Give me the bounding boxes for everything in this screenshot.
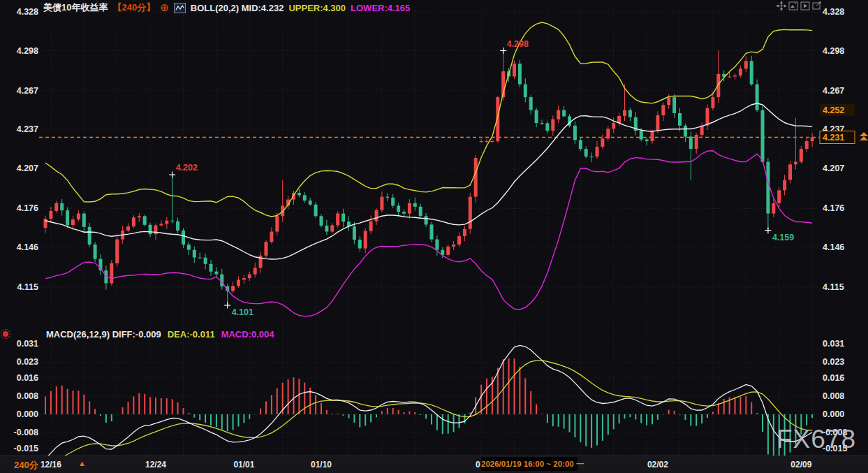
macd-tick-right: 0.016	[823, 373, 844, 383]
current-price-label: 4.231	[823, 133, 844, 143]
price-tick-left: 4.115	[17, 282, 38, 292]
chart-application: 4.2024.1014.2984.159 4.3284.3284.2984.29…	[0, 0, 868, 473]
watermark: FX678	[777, 425, 856, 454]
price-tick-left: 4.146	[17, 242, 38, 252]
price-tick-right: 4.298	[823, 46, 844, 56]
x-tick-label: 12/24	[145, 460, 166, 470]
extreme-price-label: 4.101	[232, 307, 253, 317]
macd-tick-left: 0.031	[17, 339, 38, 349]
bollinger-bands	[45, 22, 812, 316]
x-tick-label: 12/16	[41, 460, 61, 470]
crosshair-date-label: 2026/01/19 16:00 ~ 20:00 一	[481, 457, 578, 471]
partial-tick-label: 0	[476, 460, 480, 470]
playback-window-icon[interactable]	[800, 1, 810, 10]
price-annotations: 4.2024.1014.2984.159	[169, 39, 794, 318]
extreme-price-label: 4.202	[176, 163, 198, 173]
macd-tick-right: 0.031	[823, 339, 844, 349]
price-tick-left: 4.328	[17, 7, 38, 17]
chart-toolbar	[777, 1, 822, 10]
price-tick-left: 4.207	[17, 163, 38, 173]
x-tick-label: 01/01	[233, 460, 254, 470]
extreme-price-label: 4.159	[772, 233, 794, 242]
timeframe-selector[interactable]: 240分	[14, 459, 38, 472]
macd-diff-label: MACD(26,12,9) DIFF:-0.009	[46, 329, 161, 340]
macd-dea-label: DEA:-0.011	[168, 329, 215, 340]
timeframe-tag: 【240分】	[112, 1, 155, 14]
price-tick-left: 4.267	[17, 86, 38, 96]
x-tick-label: 02/02	[647, 460, 668, 470]
add-indicator-icon[interactable]: ⊕	[160, 3, 169, 12]
time-axis-bar: 240分 ▲ 12/1612/2401/0101/1002/0202/09 0 …	[0, 456, 868, 473]
right-axis-markers: 4.2524.231	[820, 104, 868, 144]
boll-upper-label: UPPER:4.300	[288, 3, 346, 13]
price-tick-right: 4.176	[823, 203, 844, 213]
macd-tick-right: 0.023	[823, 357, 844, 367]
macd-header: MACD(26,12,9) DIFF:-0.009 DEA:-0.011 MAC…	[46, 329, 274, 340]
x-tick-label: 01/10	[311, 460, 332, 470]
candlestick-series	[44, 51, 814, 306]
marked-level-label: 4.252	[823, 105, 844, 115]
chart-header: 美债10年收益率 【240分】 ⊕ BOLL(20,2) MID:4.232 U…	[43, 1, 410, 14]
pan-icon[interactable]	[777, 1, 786, 10]
price-tick-right: 4.146	[823, 242, 844, 252]
macd-tick-left: 0.000	[17, 409, 38, 419]
instrument-title: 美债10年收益率	[43, 1, 108, 14]
macd-tick-left: 0.016	[17, 373, 38, 383]
timeframe-arrow-icon[interactable]: ▲	[78, 459, 86, 467]
extreme-price-label: 4.298	[507, 39, 529, 49]
macd-tick-left: 0.008	[17, 391, 38, 401]
price-tick-right: 4.115	[823, 282, 844, 292]
boll-mid-label: BOLL(20,2) MID:4.232	[191, 3, 284, 13]
macd-tick-left: -0.008	[14, 428, 38, 437]
price-tick-right: 4.267	[823, 86, 844, 96]
macd-tick-right: 0.008	[823, 391, 844, 401]
price-tick-right: 4.207	[823, 163, 844, 173]
price-tick-left: 4.176	[17, 203, 38, 213]
macd-tick-left: 0.023	[17, 357, 38, 367]
macd-tick-right: 0.000	[823, 409, 844, 419]
macd-value-label: MACD:0.004	[221, 329, 274, 340]
chart-style-icon[interactable]	[174, 3, 186, 13]
price-tick-right: 4.328	[823, 7, 844, 17]
price-tick-left: 4.237	[17, 124, 38, 134]
popout-window-icon[interactable]	[812, 1, 822, 10]
price-tick-left: 4.298	[17, 46, 38, 56]
boll-lower-label: LOWER:4.165	[351, 3, 410, 13]
macd-tick-left: -0.015	[14, 444, 38, 453]
fullscreen-window-icon[interactable]	[788, 1, 798, 10]
scroll-to-latest-icon[interactable]	[860, 132, 868, 140]
macd-pane-icon[interactable]	[3, 331, 8, 337]
x-tick-label: 02/09	[790, 460, 811, 470]
chart-canvas[interactable]: 4.2024.1014.2984.159 4.3284.3284.2984.29…	[0, 0, 868, 456]
